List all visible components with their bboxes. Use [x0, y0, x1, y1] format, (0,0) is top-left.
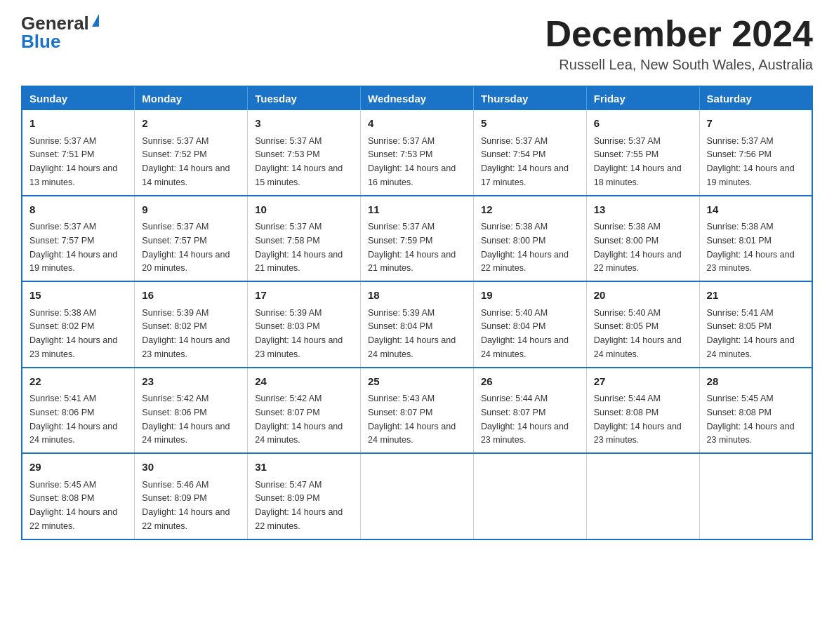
calendar-cell: [473, 453, 586, 539]
day-info: Sunrise: 5:47 AMSunset: 8:09 PMDaylight:…: [255, 480, 343, 531]
day-info: Sunrise: 5:39 AMSunset: 8:02 PMDaylight:…: [142, 308, 230, 359]
day-info: Sunrise: 5:39 AMSunset: 8:04 PMDaylight:…: [368, 308, 456, 359]
day-info: Sunrise: 5:37 AMSunset: 7:56 PMDaylight:…: [707, 136, 795, 187]
day-info: Sunrise: 5:45 AMSunset: 8:08 PMDaylight:…: [707, 394, 795, 445]
day-number: 1: [29, 116, 127, 132]
day-number: 8: [29, 202, 127, 218]
day-number: 10: [255, 202, 353, 218]
calendar-week-row: 29 Sunrise: 5:45 AMSunset: 8:08 PMDaylig…: [22, 453, 812, 539]
calendar-cell: 23 Sunrise: 5:42 AMSunset: 8:06 PMDaylig…: [135, 368, 248, 454]
day-info: Sunrise: 5:37 AMSunset: 7:59 PMDaylight:…: [368, 222, 456, 273]
weekday-header-saturday: Saturday: [699, 86, 812, 110]
calendar-cell: 26 Sunrise: 5:44 AMSunset: 8:07 PMDaylig…: [473, 368, 586, 454]
title-section: December 2024 Russell Lea, New South Wal…: [545, 14, 813, 73]
calendar-table: SundayMondayTuesdayWednesdayThursdayFrid…: [21, 86, 813, 540]
day-info: Sunrise: 5:38 AMSunset: 8:01 PMDaylight:…: [707, 222, 795, 273]
calendar-cell: 2 Sunrise: 5:37 AMSunset: 7:52 PMDayligh…: [135, 110, 248, 196]
day-number: 15: [29, 288, 127, 304]
weekday-header-sunday: Sunday: [22, 86, 135, 110]
day-number: 5: [481, 116, 579, 132]
day-info: Sunrise: 5:37 AMSunset: 7:57 PMDaylight:…: [29, 222, 117, 273]
day-info: Sunrise: 5:45 AMSunset: 8:08 PMDaylight:…: [29, 480, 117, 531]
calendar-cell: 30 Sunrise: 5:46 AMSunset: 8:09 PMDaylig…: [135, 453, 248, 539]
logo-arrow-icon: [92, 14, 99, 27]
day-info: Sunrise: 5:42 AMSunset: 8:06 PMDaylight:…: [142, 394, 230, 445]
day-number: 9: [142, 202, 240, 218]
day-info: Sunrise: 5:37 AMSunset: 7:57 PMDaylight:…: [142, 222, 230, 273]
day-number: 19: [481, 288, 579, 304]
calendar-cell: 4 Sunrise: 5:37 AMSunset: 7:53 PMDayligh…: [361, 110, 474, 196]
day-number: 2: [142, 116, 240, 132]
day-info: Sunrise: 5:42 AMSunset: 8:07 PMDaylight:…: [255, 394, 343, 445]
calendar-cell: 22 Sunrise: 5:41 AMSunset: 8:06 PMDaylig…: [22, 368, 135, 454]
calendar-cell: 14 Sunrise: 5:38 AMSunset: 8:01 PMDaylig…: [699, 196, 812, 282]
calendar-cell: 5 Sunrise: 5:37 AMSunset: 7:54 PMDayligh…: [473, 110, 586, 196]
calendar-cell: [586, 453, 699, 539]
calendar-cell: 31 Sunrise: 5:47 AMSunset: 8:09 PMDaylig…: [248, 453, 361, 539]
day-info: Sunrise: 5:39 AMSunset: 8:03 PMDaylight:…: [255, 308, 343, 359]
day-number: 11: [368, 202, 466, 218]
day-info: Sunrise: 5:37 AMSunset: 7:58 PMDaylight:…: [255, 222, 343, 273]
day-number: 23: [142, 374, 240, 390]
calendar-cell: 11 Sunrise: 5:37 AMSunset: 7:59 PMDaylig…: [361, 196, 474, 282]
day-info: Sunrise: 5:44 AMSunset: 8:08 PMDaylight:…: [594, 394, 682, 445]
calendar-cell: 21 Sunrise: 5:41 AMSunset: 8:05 PMDaylig…: [699, 281, 812, 368]
calendar-week-row: 15 Sunrise: 5:38 AMSunset: 8:02 PMDaylig…: [22, 281, 812, 368]
month-title: December 2024: [545, 14, 813, 54]
day-number: 7: [707, 116, 805, 132]
calendar-week-row: 22 Sunrise: 5:41 AMSunset: 8:06 PMDaylig…: [22, 368, 812, 454]
calendar-cell: 1 Sunrise: 5:37 AMSunset: 7:51 PMDayligh…: [22, 110, 135, 196]
calendar-cell: 18 Sunrise: 5:39 AMSunset: 8:04 PMDaylig…: [361, 281, 474, 368]
calendar-cell: 8 Sunrise: 5:37 AMSunset: 7:57 PMDayligh…: [22, 196, 135, 282]
day-number: 24: [255, 374, 353, 390]
calendar-cell: 12 Sunrise: 5:38 AMSunset: 8:00 PMDaylig…: [473, 196, 586, 282]
weekday-header-friday: Friday: [586, 86, 699, 110]
day-info: Sunrise: 5:37 AMSunset: 7:54 PMDaylight:…: [481, 136, 569, 187]
weekday-header-tuesday: Tuesday: [248, 86, 361, 110]
day-number: 17: [255, 288, 353, 304]
calendar-cell: 25 Sunrise: 5:43 AMSunset: 8:07 PMDaylig…: [361, 368, 474, 454]
day-info: Sunrise: 5:37 AMSunset: 7:53 PMDaylight:…: [368, 136, 456, 187]
day-info: Sunrise: 5:37 AMSunset: 7:52 PMDaylight:…: [142, 136, 230, 187]
day-number: 14: [707, 202, 805, 218]
weekday-header-wednesday: Wednesday: [361, 86, 474, 110]
day-info: Sunrise: 5:40 AMSunset: 8:05 PMDaylight:…: [594, 308, 682, 359]
day-number: 20: [594, 288, 692, 304]
calendar-week-row: 8 Sunrise: 5:37 AMSunset: 7:57 PMDayligh…: [22, 196, 812, 282]
calendar-cell: 10 Sunrise: 5:37 AMSunset: 7:58 PMDaylig…: [248, 196, 361, 282]
day-number: 4: [368, 116, 466, 132]
day-info: Sunrise: 5:41 AMSunset: 8:06 PMDaylight:…: [29, 394, 117, 445]
calendar-cell: 7 Sunrise: 5:37 AMSunset: 7:56 PMDayligh…: [699, 110, 812, 196]
weekday-header-monday: Monday: [135, 86, 248, 110]
day-number: 28: [707, 374, 805, 390]
weekday-header-row: SundayMondayTuesdayWednesdayThursdayFrid…: [22, 86, 812, 110]
location-title: Russell Lea, New South Wales, Australia: [545, 57, 813, 73]
page-header: General Blue December 2024 Russell Lea, …: [21, 14, 813, 73]
day-info: Sunrise: 5:38 AMSunset: 8:00 PMDaylight:…: [594, 222, 682, 273]
calendar-cell: 24 Sunrise: 5:42 AMSunset: 8:07 PMDaylig…: [248, 368, 361, 454]
day-number: 6: [594, 116, 692, 132]
calendar-cell: 27 Sunrise: 5:44 AMSunset: 8:08 PMDaylig…: [586, 368, 699, 454]
day-number: 21: [707, 288, 805, 304]
logo: General Blue: [21, 14, 99, 51]
calendar-cell: 28 Sunrise: 5:45 AMSunset: 8:08 PMDaylig…: [699, 368, 812, 454]
day-number: 27: [594, 374, 692, 390]
day-number: 22: [29, 374, 127, 390]
day-info: Sunrise: 5:38 AMSunset: 8:00 PMDaylight:…: [481, 222, 569, 273]
logo-general: General: [21, 14, 89, 32]
day-info: Sunrise: 5:40 AMSunset: 8:04 PMDaylight:…: [481, 308, 569, 359]
calendar-cell: 16 Sunrise: 5:39 AMSunset: 8:02 PMDaylig…: [135, 281, 248, 368]
calendar-cell: 17 Sunrise: 5:39 AMSunset: 8:03 PMDaylig…: [248, 281, 361, 368]
calendar-cell: [699, 453, 812, 539]
day-number: 3: [255, 116, 353, 132]
day-info: Sunrise: 5:37 AMSunset: 7:51 PMDaylight:…: [29, 136, 117, 187]
day-info: Sunrise: 5:41 AMSunset: 8:05 PMDaylight:…: [707, 308, 795, 359]
calendar-cell: 3 Sunrise: 5:37 AMSunset: 7:53 PMDayligh…: [248, 110, 361, 196]
logo-blue: Blue: [21, 32, 60, 51]
day-number: 26: [481, 374, 579, 390]
calendar-cell: 29 Sunrise: 5:45 AMSunset: 8:08 PMDaylig…: [22, 453, 135, 539]
weekday-header-thursday: Thursday: [473, 86, 586, 110]
day-info: Sunrise: 5:38 AMSunset: 8:02 PMDaylight:…: [29, 308, 117, 359]
day-number: 13: [594, 202, 692, 218]
day-info: Sunrise: 5:46 AMSunset: 8:09 PMDaylight:…: [142, 480, 230, 531]
